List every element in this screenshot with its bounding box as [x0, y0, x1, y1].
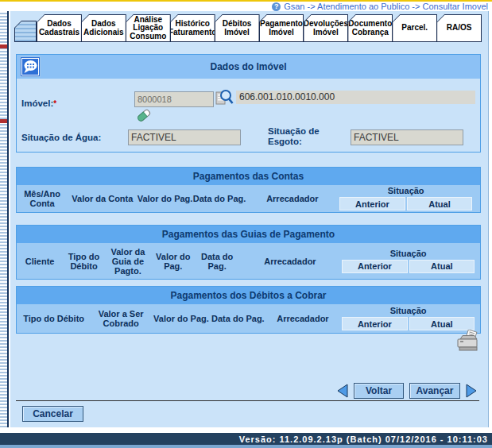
column-header: Valor do Pag.: [151, 252, 195, 271]
column-header: Data do Pag.: [195, 252, 238, 271]
situacao-cells: Anterior Atual: [339, 196, 473, 211]
version-text: Versão: 11.2.09.2.13p (Batch) 07/12/2016…: [239, 434, 488, 444]
tab-bar: Dados Cadastrais Dados Adicionais Anális…: [37, 14, 482, 42]
printer-icon[interactable]: [455, 330, 480, 353]
situacao-group: Situação Anterior Atual: [339, 186, 473, 211]
tab-dados-cadastrais[interactable]: Dados Cadastrais: [37, 14, 82, 42]
agua-value: [128, 129, 241, 145]
cancelar-button[interactable]: Cancelar: [22, 406, 83, 422]
next-arrow-icon[interactable]: [465, 383, 478, 399]
situacao-label: Situação: [341, 249, 475, 258]
tab-analise-ligacao-consumo[interactable]: Análise Ligação Consumo: [126, 14, 171, 42]
version-bar: Versão: 11.2.09.2.13p (Batch) 07/12/2016…: [0, 433, 492, 445]
separator-line: [16, 400, 479, 401]
imovel-label-text: Imóvel:: [21, 98, 53, 108]
column-header: Arrecadador: [246, 194, 339, 203]
tab-dados-adicionais[interactable]: Dados Adicionais: [81, 14, 126, 42]
eraser-icon[interactable]: [136, 107, 152, 123]
section-title: Pagamentos dos Débitos a Cobrar: [17, 287, 480, 304]
column-header: Mês/Ano Conta: [17, 189, 68, 208]
imovel-label: Imóvel:*: [21, 98, 56, 109]
esgoto-label: Situação de Esgoto:: [268, 126, 320, 147]
situacao-atual-cell: Atual: [409, 317, 475, 330]
column-header: Data do Pag.: [211, 314, 265, 323]
tab-documento-cobranca[interactable]: Documento Cobrança: [347, 14, 393, 42]
imovel-input[interactable]: [134, 91, 214, 107]
column-header: Valor da Guia de Pagto.: [105, 247, 151, 276]
tab-historico-faturamento[interactable]: Histórico Faturamento: [170, 14, 215, 42]
situacao-cells: Anterior Atual: [341, 259, 475, 274]
column-header: Valor da Conta: [68, 194, 137, 203]
situacao-anterior-cell: Anterior: [342, 317, 408, 330]
situacao-label: Situação: [339, 186, 473, 195]
breadcrumb: Gsan -> Atendimento ao Publico -> Consul…: [284, 2, 488, 11]
tab-devolucoes-imovel[interactable]: Devoluções Imóvel: [303, 14, 348, 42]
agua-label: Situação de Água:: [21, 133, 101, 143]
tab-parcel[interactable]: Parcel.: [392, 14, 437, 42]
column-header: Valor a Ser Cobrado: [91, 309, 151, 328]
tab-debitos-imovel[interactable]: Débitos Imóvel: [215, 14, 260, 42]
column-header: Valor do Pag.: [151, 314, 211, 323]
section-pagamentos-contas: Pagamentos das Contas Mês/Ano Conta Valo…: [16, 167, 481, 213]
inscricao-value: 606.001.010.0010.000: [236, 91, 475, 104]
tab-ra-os[interactable]: RA/OS: [436, 14, 482, 42]
voltar-button[interactable]: Voltar: [354, 383, 404, 399]
section-column-headers: Mês/Ano Conta Valor da Conta Valor do Pa…: [17, 185, 480, 212]
breadcrumb-bar: ? Gsan -> Atendimento ao Publico -> Cons…: [0, 2, 492, 11]
help-icon[interactable]: ?: [272, 2, 281, 11]
column-header: Arrecadador: [239, 257, 341, 266]
stripe-mark: [0, 119, 7, 123]
column-header: Data do Pag.: [193, 194, 246, 203]
situacao-anterior-cell: Anterior: [339, 197, 405, 210]
magnifier-icon[interactable]: [215, 88, 234, 107]
situacao-anterior-cell: Anterior: [342, 260, 408, 273]
column-header: Cliente: [17, 257, 63, 266]
comment-icon: [20, 56, 41, 77]
tab-stub-stripes: [15, 21, 36, 41]
panel-title: Dados do Imóvel: [210, 61, 286, 72]
situacao-group: Situação Anterior Atual: [341, 306, 475, 331]
column-header: Tipo do Débito: [17, 314, 91, 323]
left-frame-stripe: [0, 11, 9, 427]
column-header: Tipo do Débito: [63, 252, 104, 271]
tab-pagamento-imovel[interactable]: Pagamento Imóvel: [259, 14, 304, 42]
section-pagamentos-debitos: Pagamentos dos Débitos a Cobrar Tipo do …: [16, 286, 481, 334]
tab-stub: [14, 21, 37, 42]
gsan-window: ? Gsan -> Atendimento ao Publico -> Cons…: [0, 0, 492, 448]
prev-arrow-icon[interactable]: [336, 383, 349, 399]
section-title: Pagamentos das Contas: [17, 168, 480, 185]
section-pagamentos-guias: Pagamentos das Guias de Pagamento Client…: [16, 225, 481, 280]
esgoto-value: [351, 129, 463, 145]
column-header: Valor do Pag.: [138, 194, 193, 203]
avancar-button[interactable]: Avançar: [409, 383, 460, 399]
situacao-label: Situação: [341, 306, 475, 315]
stripe-mark: [0, 44, 7, 48]
panel-header: Dados do Imóvel: [17, 55, 480, 79]
section-column-headers: Cliente Tipo do Débito Valor da Guia de …: [17, 243, 480, 279]
column-header: Arrecadador: [265, 314, 341, 323]
section-column-headers: Tipo do Débito Valor a Ser Cobrado Valor…: [17, 304, 480, 333]
bottom-strip: [0, 445, 492, 448]
situacao-atual-cell: Atual: [409, 260, 475, 273]
required-asterisk: *: [53, 99, 56, 108]
panel-dados-imovel: Dados do Imóvel Imóvel:* 606.001.010.001…: [16, 54, 481, 153]
main-area: Dados Cadastrais Dados Adicionais Anális…: [10, 11, 489, 427]
situacao-atual-cell: Atual: [407, 197, 473, 210]
situacao-group: Situação Anterior Atual: [341, 249, 475, 274]
section-title: Pagamentos das Guias de Pagamento: [17, 226, 480, 243]
